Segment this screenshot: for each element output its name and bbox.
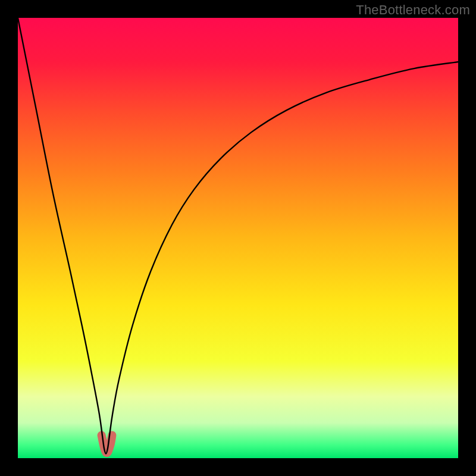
chart-frame (18, 18, 458, 458)
gradient-background (18, 18, 458, 458)
watermark-text: TheBottleneck.com (356, 2, 470, 18)
bottleneck-chart (18, 18, 458, 458)
